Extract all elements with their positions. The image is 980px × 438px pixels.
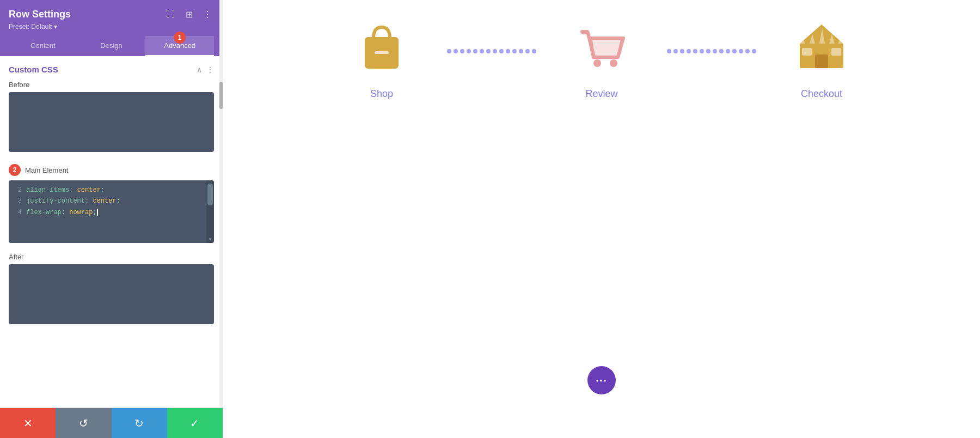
collapse-icon[interactable]: ∧	[197, 65, 202, 74]
redo-button[interactable]: ↻	[112, 408, 167, 438]
panel-scrollbar-thumb[interactable]	[219, 82, 223, 109]
tab-content[interactable]: Content	[9, 36, 77, 56]
code-line-4: 4 flex-wrap: nowrap;	[13, 207, 194, 218]
cancel-button[interactable]: ✕	[0, 408, 56, 438]
before-css-input[interactable]	[9, 92, 214, 152]
after-css-input[interactable]	[9, 264, 214, 324]
advanced-badge: 1	[174, 32, 186, 44]
undo-button[interactable]: ↺	[56, 408, 111, 438]
preset-arrow: ▾	[54, 23, 57, 31]
code-line-3: 3 justify-content: center;	[13, 196, 194, 206]
section-controls: ∧ ⋮	[197, 65, 214, 74]
preset-label[interactable]: Preset: Default	[9, 23, 52, 31]
tab-design[interactable]: Design	[77, 36, 146, 56]
layout-icon[interactable]: ⊞	[182, 8, 195, 21]
flow-dots-2	[667, 49, 756, 73]
fab-button[interactable]: ●●●	[587, 366, 616, 394]
svg-rect-13	[831, 48, 841, 56]
panel-header: Row Settings ⛶ ⊞ ⋮ Preset: Default ▾ Con…	[0, 0, 223, 56]
main-element-badge: 2	[9, 164, 21, 176]
svg-rect-11	[815, 54, 828, 68]
before-label: Before	[9, 81, 214, 89]
svg-point-2	[593, 59, 601, 67]
store-icon	[794, 22, 849, 78]
flow-row: Shop	[223, 22, 980, 100]
review-label: Review	[585, 88, 617, 100]
left-panel: Row Settings ⛶ ⊞ ⋮ Preset: Default ▾ Con…	[0, 0, 223, 438]
save-button[interactable]: ✓	[167, 408, 223, 438]
panel-header-icons: ⛶ ⊞ ⋮	[164, 8, 214, 21]
flow-dots-1	[447, 49, 536, 73]
scrollbar-thumb[interactable]	[207, 184, 213, 205]
more-icon[interactable]: ⋮	[201, 8, 214, 21]
panel-title: Row Settings	[9, 9, 71, 20]
panel-body: Custom CSS ∧ ⋮ Before 2 Main Element 2 a…	[0, 56, 223, 407]
expand-icon[interactable]: ⛶	[164, 8, 177, 21]
flow-item-review: Review	[542, 22, 661, 100]
shop-icon	[357, 22, 406, 78]
code-line-2: 2 align-items: center;	[13, 185, 194, 196]
flow-item-shop: Shop	[322, 22, 442, 100]
code-editor-scrollbar[interactable]: ▲ ▼	[206, 180, 214, 243]
flow-item-checkout: Checkout	[762, 22, 881, 100]
custom-css-title: Custom CSS	[9, 65, 58, 74]
tab-row: Content Design 1 Advanced	[9, 36, 214, 56]
cart-icon	[574, 22, 629, 78]
main-canvas: Shop	[223, 0, 980, 438]
main-element-label: Main Element	[25, 166, 68, 174]
scrollbar-down-arrow[interactable]: ▼	[206, 235, 214, 243]
bottom-toolbar: ✕ ↺ ↻ ✓	[0, 407, 223, 438]
tab-advanced[interactable]: 1 Advanced	[145, 36, 214, 56]
svg-rect-1	[375, 51, 389, 54]
code-editor[interactable]: 2 align-items: center; 3 justify-content…	[9, 180, 214, 243]
after-label: After	[9, 253, 214, 261]
svg-rect-12	[802, 48, 812, 56]
panel-header-top: Row Settings ⛶ ⊞ ⋮	[9, 8, 214, 21]
svg-point-3	[610, 59, 617, 67]
preset-row: Preset: Default ▾	[9, 23, 214, 31]
panel-scrollbar[interactable]	[219, 0, 223, 407]
section-dots-icon[interactable]: ⋮	[206, 65, 214, 74]
main-element-row: 2 Main Element	[9, 164, 214, 176]
code-editor-inner: 2 align-items: center; 3 justify-content…	[9, 180, 214, 222]
shop-label: Shop	[370, 88, 393, 100]
checkout-label: Checkout	[801, 88, 842, 100]
section-header: Custom CSS ∧ ⋮	[9, 65, 214, 74]
